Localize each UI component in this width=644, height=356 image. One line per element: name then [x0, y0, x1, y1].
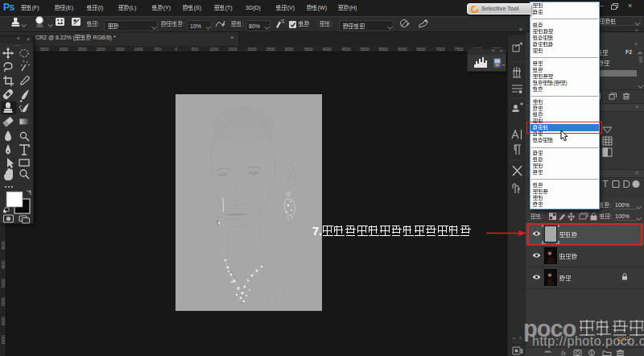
svg-text:fx: fx — [561, 350, 566, 356]
